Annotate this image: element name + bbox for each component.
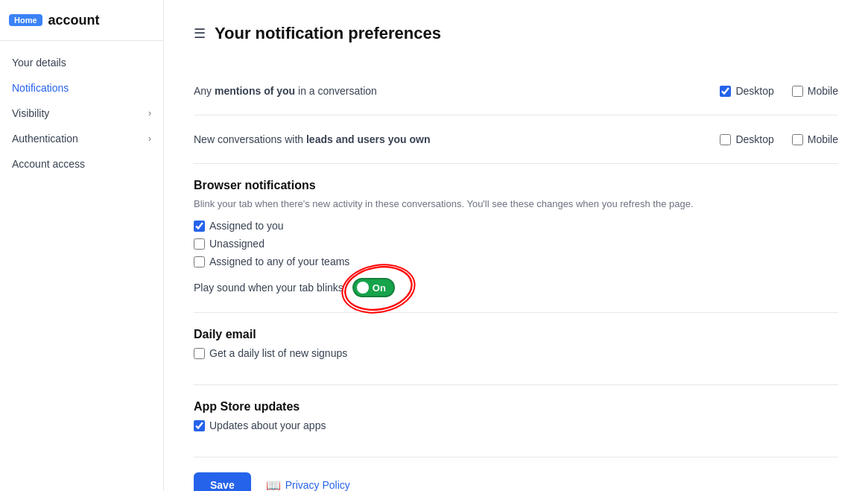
- mentions-desktop-checkbox[interactable]: [720, 86, 731, 97]
- leads-desktop-label[interactable]: Desktop: [720, 133, 773, 145]
- app-store-title: App Store updates: [194, 400, 838, 414]
- leads-checkboxes: Desktop Mobile: [720, 133, 838, 145]
- mobile-label: Mobile: [808, 133, 838, 145]
- save-button[interactable]: Save: [194, 472, 251, 491]
- sidebar-item-your-details[interactable]: Your details: [0, 50, 163, 75]
- sidebar: Home account Your details Notifications …: [0, 0, 164, 491]
- app-store-list: Updates about your apps: [194, 419, 838, 431]
- daily-email-title: Daily email: [194, 328, 838, 341]
- unassigned-label[interactable]: Unassigned: [194, 238, 838, 250]
- desktop-label: Desktop: [735, 133, 773, 145]
- page-header: ☰ Your notification preferences: [194, 24, 838, 43]
- leads-section: New conversations with leads and users y…: [194, 115, 838, 164]
- browser-notifications-desc: Blink your tab when there's new activity…: [194, 198, 838, 209]
- play-sound-toggle[interactable]: On: [352, 278, 395, 297]
- assigned-to-you-text: Assigned to you: [209, 220, 284, 232]
- sidebar-item-label: Visibility: [12, 107, 49, 119]
- leads-mobile-label[interactable]: Mobile: [792, 133, 838, 145]
- sidebar-item-account-access[interactable]: Account access: [0, 151, 163, 177]
- mentions-bold: mentions of you: [215, 85, 295, 97]
- play-sound-row: Play sound when your tab blinks On: [194, 278, 838, 297]
- toggle-knob: [357, 282, 369, 294]
- sidebar-item-label: Authentication: [12, 133, 78, 145]
- app-store-option: Updates about your apps: [209, 419, 326, 431]
- leads-label: New conversations with leads and users y…: [194, 133, 430, 145]
- book-icon: 📖: [266, 478, 281, 492]
- toggle-text: On: [373, 282, 386, 294]
- mentions-mobile-label[interactable]: Mobile: [792, 85, 838, 97]
- sidebar-header: Home account: [0, 0, 163, 41]
- browser-notifications-title: Browser notifications: [194, 179, 838, 192]
- mentions-section: Any mentions of you in a conversation De…: [194, 67, 838, 115]
- leads-bold: leads and users you own: [306, 133, 431, 145]
- leads-mobile-checkbox[interactable]: [792, 134, 803, 145]
- app-store-checkbox[interactable]: [194, 420, 205, 431]
- privacy-policy-link[interactable]: 📖 Privacy Policy: [266, 478, 350, 492]
- chevron-right-icon: ›: [148, 133, 151, 144]
- toggle-wrapper: On: [352, 278, 395, 297]
- app-store-section: App Store updates Updates about your app…: [194, 385, 838, 457]
- browser-checkbox-list: Assigned to you Unassigned Assigned to a…: [194, 220, 838, 267]
- assigned-teams-label[interactable]: Assigned to any of your teams: [194, 256, 838, 267]
- unassigned-checkbox[interactable]: [194, 238, 205, 250]
- assigned-to-you-label[interactable]: Assigned to you: [194, 220, 838, 232]
- app-store-label[interactable]: Updates about your apps: [194, 419, 838, 431]
- leads-desktop-checkbox[interactable]: [720, 134, 731, 145]
- unassigned-text: Unassigned: [209, 238, 264, 250]
- menu-icon[interactable]: ☰: [194, 25, 206, 42]
- main-content: ☰ Your notification preferences Any ment…: [164, 0, 868, 491]
- daily-email-option: Get a daily list of new signups: [209, 347, 347, 359]
- sidebar-item-notifications[interactable]: Notifications: [0, 75, 163, 101]
- daily-email-section: Daily email Get a daily list of new sign…: [194, 313, 838, 385]
- daily-email-list: Get a daily list of new signups: [194, 347, 838, 359]
- mentions-row: Any mentions of you in a conversation De…: [194, 82, 838, 100]
- sidebar-item-visibility[interactable]: Visibility ›: [0, 101, 163, 126]
- browser-notifications-section: Browser notifications Blink your tab whe…: [194, 164, 838, 313]
- sidebar-nav: Your details Notifications Visibility › …: [0, 41, 163, 186]
- assigned-teams-checkbox[interactable]: [194, 256, 205, 267]
- account-title: account: [48, 13, 100, 28]
- privacy-label: Privacy Policy: [285, 479, 350, 491]
- mentions-label: Any mentions of you in a conversation: [194, 85, 377, 97]
- sidebar-item-authentication[interactable]: Authentication ›: [0, 126, 163, 151]
- leads-row: New conversations with leads and users y…: [194, 130, 838, 148]
- mobile-label: Mobile: [808, 85, 838, 97]
- sidebar-item-label: Notifications: [12, 82, 69, 94]
- mentions-checkboxes: Desktop Mobile: [720, 85, 838, 97]
- play-sound-label: Play sound when your tab blinks: [194, 282, 343, 294]
- chevron-right-icon: ›: [148, 108, 151, 118]
- desktop-label: Desktop: [735, 85, 773, 97]
- mentions-desktop-label[interactable]: Desktop: [720, 85, 773, 97]
- sidebar-item-label: Account access: [12, 158, 85, 170]
- sidebar-item-label: Your details: [12, 57, 66, 69]
- action-row: Save 📖 Privacy Policy: [194, 457, 838, 491]
- daily-email-checkbox[interactable]: [194, 348, 205, 359]
- assigned-teams-text: Assigned to any of your teams: [209, 256, 349, 267]
- assigned-to-you-checkbox[interactable]: [194, 221, 205, 232]
- home-badge[interactable]: Home: [9, 14, 42, 26]
- daily-email-label[interactable]: Get a daily list of new signups: [194, 347, 838, 359]
- mentions-mobile-checkbox[interactable]: [792, 86, 803, 97]
- page-title: Your notification preferences: [215, 24, 441, 43]
